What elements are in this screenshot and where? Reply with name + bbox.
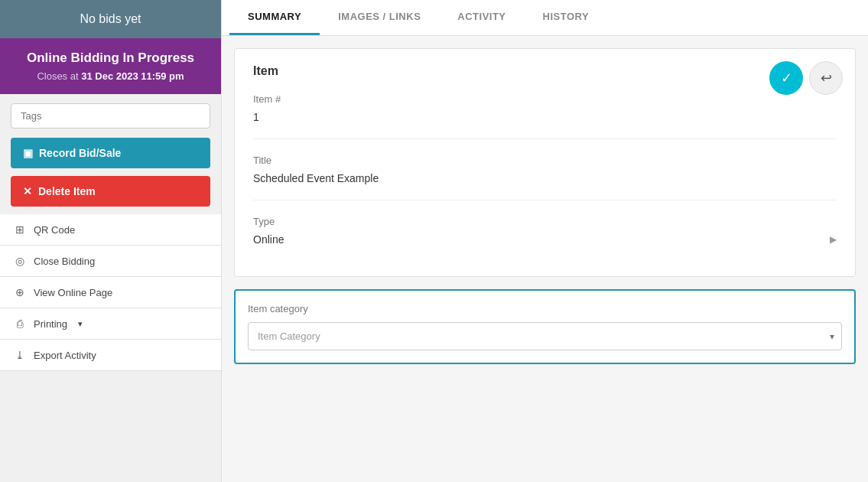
tags-input-wrapper <box>11 103 210 129</box>
delete-item-button[interactable]: ✕ Delete Item <box>11 176 210 207</box>
item-category-select-wrapper: Item Category ▾ <box>248 322 842 350</box>
bidding-progress-subtitle: Closes at 31 Dec 2023 11:59 pm <box>9 70 212 82</box>
sidebar-item-view-online[interactable]: ⊕ View Online Page <box>0 277 221 308</box>
content-area: Item ✓ ↩ Item # 1 Title Scheduled Event … <box>222 36 868 482</box>
close-bidding-icon: ◎ <box>14 255 26 267</box>
printing-arrow-icon: ▾ <box>78 319 83 329</box>
no-bids-label: No bids yet <box>80 12 141 25</box>
view-online-icon: ⊕ <box>14 286 26 298</box>
record-bid-label: Record Bid/Sale <box>39 147 121 159</box>
export-icon: ⤓ <box>14 349 26 361</box>
tab-history[interactable]: HISTORY <box>525 0 608 35</box>
title-value: Scheduled Event Example <box>253 172 837 184</box>
type-field: Type Online ▶ <box>253 216 837 261</box>
action-buttons: ✓ ↩ <box>769 61 843 95</box>
item-category-label: Item category <box>248 303 842 314</box>
no-bids-banner: No bids yet <box>0 0 221 38</box>
export-label: Export Activity <box>34 350 96 361</box>
closes-at-prefix: Closes at <box>37 70 81 82</box>
sidebar: No bids yet Online Bidding In Progress C… <box>0 0 222 482</box>
qr-code-icon: ⊞ <box>14 223 26 236</box>
sidebar-item-printing[interactable]: ⎙ Printing ▾ <box>0 308 221 340</box>
title-label: Title <box>253 155 837 166</box>
item-category-field: Item category Item Category ▾ <box>234 289 856 364</box>
item-card-title: Item <box>253 64 837 78</box>
item-card: Item ✓ ↩ Item # 1 Title Scheduled Event … <box>234 48 856 277</box>
item-number-value: 1 <box>253 111 837 123</box>
undo-icon: ↩ <box>821 70 832 86</box>
type-caret-icon: ▶ <box>830 234 837 245</box>
tabs-bar: SUMMARY IMAGES / LINKS ACTIVITY HISTORY <box>222 0 868 36</box>
confirm-icon: ✓ <box>781 70 792 86</box>
item-number-field: Item # 1 <box>253 93 837 139</box>
item-category-select[interactable]: Item Category <box>248 322 842 350</box>
undo-button[interactable]: ↩ <box>809 61 843 95</box>
type-value: Online <box>253 233 284 246</box>
item-number-label: Item # <box>253 93 837 105</box>
record-bid-button[interactable]: ▣ Record Bid/Sale <box>11 138 210 168</box>
view-online-label: View Online Page <box>34 287 112 298</box>
bidding-progress-title: Online Bidding In Progress <box>9 50 212 66</box>
delete-icon: ✕ <box>23 185 32 197</box>
close-bidding-label: Close Bidding <box>34 256 95 267</box>
bidding-progress-banner: Online Bidding In Progress Closes at 31 … <box>0 38 221 94</box>
sidebar-item-export[interactable]: ⤓ Export Activity <box>0 340 221 371</box>
tab-summary[interactable]: SUMMARY <box>229 0 320 35</box>
printing-icon: ⎙ <box>14 318 26 330</box>
main-content: SUMMARY IMAGES / LINKS ACTIVITY HISTORY … <box>222 0 868 482</box>
tab-activity[interactable]: ACTIVITY <box>439 0 524 35</box>
sidebar-item-qr-code[interactable]: ⊞ QR Code <box>0 214 221 246</box>
closes-at-date: 31 Dec 2023 11:59 pm <box>81 70 184 82</box>
tab-images-links[interactable]: IMAGES / LINKS <box>320 0 439 35</box>
type-field-row: Online ▶ <box>253 233 837 246</box>
confirm-button[interactable]: ✓ <box>769 61 803 95</box>
qr-code-label: QR Code <box>34 224 75 236</box>
sidebar-item-close-bidding[interactable]: ◎ Close Bidding <box>0 246 221 277</box>
tags-input[interactable] <box>11 103 210 129</box>
title-field: Title Scheduled Event Example <box>253 155 837 200</box>
delete-item-label: Delete Item <box>38 185 96 197</box>
type-label: Type <box>253 216 837 227</box>
printing-label: Printing <box>34 318 67 330</box>
record-bid-icon: ▣ <box>23 147 33 159</box>
